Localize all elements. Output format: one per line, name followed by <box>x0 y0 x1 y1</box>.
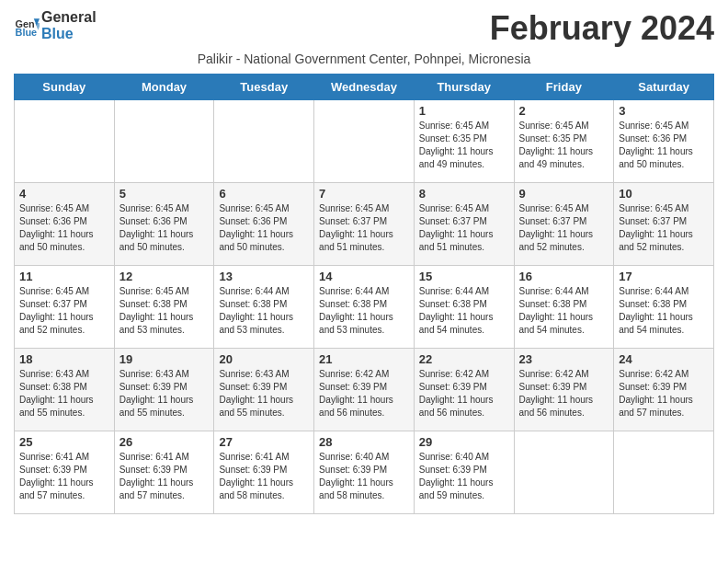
calendar-cell: 22Sunrise: 6:42 AMSunset: 6:39 PMDayligh… <box>414 349 514 431</box>
day-number: 1 <box>419 104 509 118</box>
day-info: Sunrise: 6:42 AMSunset: 6:39 PMDaylight:… <box>519 368 609 419</box>
day-info: Sunrise: 6:44 AMSunset: 6:38 PMDaylight:… <box>319 285 409 337</box>
day-info: Sunrise: 6:41 AMSunset: 6:39 PMDaylight:… <box>19 451 109 502</box>
day-info: Sunrise: 6:45 AMSunset: 6:37 PMDaylight:… <box>619 202 709 254</box>
col-header-wednesday: Wednesday <box>314 75 415 100</box>
day-number: 19 <box>119 352 210 366</box>
day-number: 16 <box>519 270 609 283</box>
day-number: 23 <box>519 352 609 366</box>
day-info: Sunrise: 6:45 AMSunset: 6:35 PMDaylight:… <box>519 120 609 171</box>
day-number: 2 <box>519 104 609 118</box>
page-header: Gen Blue General Blue February 2024 <box>14 9 714 48</box>
day-number: 21 <box>319 352 409 366</box>
day-number: 28 <box>319 435 409 449</box>
calendar-cell: 24Sunrise: 6:42 AMSunset: 6:39 PMDayligh… <box>614 349 714 431</box>
day-number: 22 <box>419 352 509 366</box>
day-info: Sunrise: 6:43 AMSunset: 6:39 PMDaylight:… <box>219 368 309 419</box>
day-info: Sunrise: 6:45 AMSunset: 6:37 PMDaylight:… <box>519 202 609 254</box>
calendar-cell: 9Sunrise: 6:45 AMSunset: 6:37 PMDaylight… <box>514 183 614 266</box>
col-header-saturday: Saturday <box>614 75 714 100</box>
calendar-cell: 1Sunrise: 6:45 AMSunset: 6:35 PMDaylight… <box>414 100 514 183</box>
day-info: Sunrise: 6:44 AMSunset: 6:38 PMDaylight:… <box>219 285 309 337</box>
day-number: 4 <box>19 187 109 201</box>
day-info: Sunrise: 6:45 AMSunset: 6:37 PMDaylight:… <box>319 202 409 254</box>
calendar-cell: 17Sunrise: 6:44 AMSunset: 6:38 PMDayligh… <box>614 266 714 349</box>
calendar-cell: 19Sunrise: 6:43 AMSunset: 6:39 PMDayligh… <box>114 349 214 431</box>
calendar-cell: 2Sunrise: 6:45 AMSunset: 6:35 PMDaylight… <box>514 100 614 183</box>
calendar-cell <box>15 100 115 183</box>
calendar-cell <box>314 100 415 183</box>
day-number: 8 <box>419 187 509 201</box>
calendar-table: SundayMondayTuesdayWednesdayThursdayFrid… <box>14 74 714 514</box>
day-info: Sunrise: 6:45 AMSunset: 6:37 PMDaylight:… <box>19 285 109 337</box>
day-number: 11 <box>19 270 109 283</box>
calendar-week-3: 11Sunrise: 6:45 AMSunset: 6:37 PMDayligh… <box>15 266 714 349</box>
calendar-cell: 11Sunrise: 6:45 AMSunset: 6:37 PMDayligh… <box>15 266 115 349</box>
col-header-sunday: Sunday <box>15 75 115 100</box>
day-number: 6 <box>219 187 309 201</box>
day-number: 29 <box>419 435 509 449</box>
day-info: Sunrise: 6:45 AMSunset: 6:36 PMDaylight:… <box>219 202 309 254</box>
calendar-cell: 5Sunrise: 6:45 AMSunset: 6:36 PMDaylight… <box>114 183 214 266</box>
calendar-cell: 10Sunrise: 6:45 AMSunset: 6:37 PMDayligh… <box>614 183 714 266</box>
day-info: Sunrise: 6:43 AMSunset: 6:39 PMDaylight:… <box>119 368 210 419</box>
day-info: Sunrise: 6:45 AMSunset: 6:38 PMDaylight:… <box>119 285 210 337</box>
day-info: Sunrise: 6:45 AMSunset: 6:35 PMDaylight:… <box>419 120 509 171</box>
day-number: 15 <box>419 270 509 283</box>
calendar-cell: 20Sunrise: 6:43 AMSunset: 6:39 PMDayligh… <box>214 349 314 431</box>
calendar-week-2: 4Sunrise: 6:45 AMSunset: 6:36 PMDaylight… <box>15 183 714 266</box>
day-number: 13 <box>219 270 309 283</box>
day-info: Sunrise: 6:43 AMSunset: 6:38 PMDaylight:… <box>19 368 109 419</box>
day-info: Sunrise: 6:45 AMSunset: 6:37 PMDaylight:… <box>419 202 509 254</box>
calendar-week-4: 18Sunrise: 6:43 AMSunset: 6:38 PMDayligh… <box>15 349 714 431</box>
calendar-cell <box>514 431 614 514</box>
calendar-cell <box>114 100 214 183</box>
logo-blue: Blue <box>41 26 97 42</box>
day-info: Sunrise: 6:41 AMSunset: 6:39 PMDaylight:… <box>219 451 309 502</box>
calendar-cell: 28Sunrise: 6:40 AMSunset: 6:39 PMDayligh… <box>314 431 415 514</box>
calendar-cell: 18Sunrise: 6:43 AMSunset: 6:38 PMDayligh… <box>15 349 115 431</box>
day-number: 10 <box>619 187 709 201</box>
calendar-cell: 6Sunrise: 6:45 AMSunset: 6:36 PMDaylight… <box>214 183 314 266</box>
day-info: Sunrise: 6:45 AMSunset: 6:36 PMDaylight:… <box>119 202 210 254</box>
calendar-cell: 27Sunrise: 6:41 AMSunset: 6:39 PMDayligh… <box>214 431 314 514</box>
day-info: Sunrise: 6:40 AMSunset: 6:39 PMDaylight:… <box>419 451 509 502</box>
calendar-cell: 29Sunrise: 6:40 AMSunset: 6:39 PMDayligh… <box>414 431 514 514</box>
day-number: 26 <box>119 435 210 449</box>
calendar-cell: 23Sunrise: 6:42 AMSunset: 6:39 PMDayligh… <box>514 349 614 431</box>
calendar-cell: 12Sunrise: 6:45 AMSunset: 6:38 PMDayligh… <box>114 266 214 349</box>
day-info: Sunrise: 6:40 AMSunset: 6:39 PMDaylight:… <box>319 451 409 502</box>
calendar-cell: 7Sunrise: 6:45 AMSunset: 6:37 PMDaylight… <box>314 183 415 266</box>
col-header-monday: Monday <box>114 75 214 100</box>
calendar-week-5: 25Sunrise: 6:41 AMSunset: 6:39 PMDayligh… <box>15 431 714 514</box>
day-info: Sunrise: 6:44 AMSunset: 6:38 PMDaylight:… <box>419 285 509 337</box>
day-number: 7 <box>319 187 409 201</box>
calendar-header-row: SundayMondayTuesdayWednesdayThursdayFrid… <box>15 75 714 100</box>
logo-icon: Gen Blue <box>14 13 40 39</box>
logo: Gen Blue General Blue <box>14 9 97 43</box>
day-number: 14 <box>319 270 409 283</box>
day-number: 12 <box>119 270 210 283</box>
day-info: Sunrise: 6:41 AMSunset: 6:39 PMDaylight:… <box>119 451 210 502</box>
month-title: February 2024 <box>490 9 714 48</box>
col-header-thursday: Thursday <box>414 75 514 100</box>
calendar-cell: 26Sunrise: 6:41 AMSunset: 6:39 PMDayligh… <box>114 431 214 514</box>
day-number: 9 <box>519 187 609 201</box>
calendar-cell: 3Sunrise: 6:45 AMSunset: 6:36 PMDaylight… <box>614 100 714 183</box>
calendar-cell: 13Sunrise: 6:44 AMSunset: 6:38 PMDayligh… <box>214 266 314 349</box>
svg-text:Blue: Blue <box>16 27 38 38</box>
day-number: 17 <box>619 270 709 283</box>
day-info: Sunrise: 6:42 AMSunset: 6:39 PMDaylight:… <box>319 368 409 419</box>
calendar-cell: 15Sunrise: 6:44 AMSunset: 6:38 PMDayligh… <box>414 266 514 349</box>
day-info: Sunrise: 6:45 AMSunset: 6:36 PMDaylight:… <box>19 202 109 254</box>
day-info: Sunrise: 6:42 AMSunset: 6:39 PMDaylight:… <box>619 368 709 419</box>
day-info: Sunrise: 6:45 AMSunset: 6:36 PMDaylight:… <box>619 120 709 171</box>
col-header-friday: Friday <box>514 75 614 100</box>
day-number: 20 <box>219 352 309 366</box>
day-number: 27 <box>219 435 309 449</box>
calendar-cell <box>214 100 314 183</box>
day-number: 3 <box>619 104 709 118</box>
day-number: 25 <box>19 435 109 449</box>
calendar-cell: 14Sunrise: 6:44 AMSunset: 6:38 PMDayligh… <box>314 266 415 349</box>
calendar-cell: 8Sunrise: 6:45 AMSunset: 6:37 PMDaylight… <box>414 183 514 266</box>
